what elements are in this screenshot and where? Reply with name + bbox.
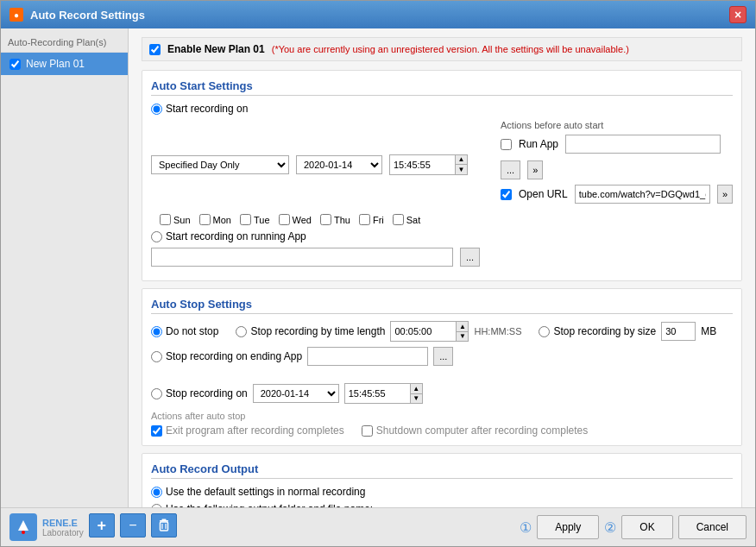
shutdown-text: Shutdown computer after recording comple… <box>376 424 588 437</box>
start-app-more-btn[interactable]: ... <box>460 248 480 267</box>
sat-checkbox[interactable] <box>393 214 404 225</box>
open-url-checkbox[interactable] <box>501 189 512 200</box>
stop-on-time-input[interactable] <box>345 384 410 403</box>
ok-button[interactable]: OK <box>621 515 672 539</box>
enable-label[interactable]: Enable New Plan 01 <box>167 43 265 55</box>
time-down-btn[interactable]: ▼ <box>455 165 467 174</box>
stop-on-time-spinner: ▲ ▼ <box>344 383 423 404</box>
fri-label: Fri <box>373 215 384 225</box>
donot-stop-text: Do not stop <box>166 325 218 337</box>
actions-before-label: Actions before auto start <box>501 120 733 130</box>
stop-on-text: Stop recording on <box>166 387 248 399</box>
stop-end-app-text: Stop recording on ending App <box>166 350 302 362</box>
sidebar: Auto-Recording Plan(s) New Plan 01 <box>1 28 129 507</box>
start-app-label: Start recording on running App <box>166 230 306 242</box>
stop-on-label[interactable]: Stop recording on <box>151 387 248 399</box>
shutdown-checkbox[interactable] <box>362 425 373 437</box>
stop-time-radio[interactable] <box>236 326 247 337</box>
stop-size-input[interactable] <box>661 322 696 341</box>
start-radio-row: Start recording on <box>151 103 733 115</box>
exit-label[interactable]: Exit program after recording completes <box>151 424 344 437</box>
sidebar-plan-checkbox[interactable] <box>9 59 21 70</box>
stop-size-text: Stop recording by size <box>553 325 656 337</box>
apply-num: ① <box>520 519 532 536</box>
title-bar: ● Auto Record Settings × <box>1 1 755 28</box>
bottom-left: RENE.E Laboratory + − <box>9 513 177 541</box>
stop-end-app-radio[interactable] <box>151 351 162 362</box>
sat-label: Sat <box>406 215 421 225</box>
open-url-input[interactable] <box>575 185 710 204</box>
apply-button[interactable]: Apply <box>537 515 599 539</box>
output-default-radio[interactable] <box>151 487 162 498</box>
start-app-radio[interactable] <box>151 231 162 242</box>
auto-stop-section: Auto Stop Settings Do not stop Stop reco… <box>142 288 742 446</box>
auto-output-section: Auto Record Output Use the default setti… <box>142 453 742 507</box>
time-up-btn[interactable]: ▲ <box>455 155 467 166</box>
run-app-row: Run App ... » <box>501 135 733 179</box>
hhmm-label: HH:MM:SS <box>474 326 521 336</box>
run-app-input[interactable] <box>565 135 721 154</box>
exit-checkbox[interactable] <box>151 425 162 437</box>
delete-plan-button[interactable] <box>151 513 177 538</box>
sidebar-item-label: New Plan 01 <box>26 58 85 70</box>
donot-stop-label[interactable]: Do not stop <box>151 321 218 342</box>
stop-time-down-btn[interactable]: ▼ <box>456 332 468 342</box>
start-app-input-row: ... <box>151 248 733 267</box>
auto-start-title: Auto Start Settings <box>151 79 733 96</box>
run-app-checkbox[interactable] <box>501 139 512 150</box>
sun-label: Sun <box>173 215 191 225</box>
stop-time-spin-arrows: ▲ ▼ <box>456 322 468 341</box>
mon-check: Mon <box>199 214 231 225</box>
stop-end-app-more-btn[interactable]: ... <box>433 347 453 366</box>
start-app-radio-label[interactable]: Start recording on running App <box>151 230 306 242</box>
date-select[interactable]: 2020-01-14 <box>296 155 382 174</box>
day-checks-row: Sun Mon Tue Wed <box>160 214 733 225</box>
start-on-label: Start recording on <box>166 103 248 115</box>
warn-text: (*You are currently using an unregistere… <box>272 44 629 54</box>
stop-time-input[interactable] <box>391 322 456 341</box>
stop-end-app-input[interactable] <box>307 347 428 366</box>
schedule-type-select[interactable]: Specified Day Only <box>151 155 289 174</box>
run-app-more-btn[interactable]: ... <box>501 160 520 179</box>
stop-end-app-label[interactable]: Stop recording on ending App <box>151 350 302 362</box>
time-spinner: ▲ ▼ <box>389 154 468 175</box>
stop-time-up-btn[interactable]: ▲ <box>456 322 468 332</box>
wed-checkbox[interactable] <box>279 214 290 225</box>
stop-by-size-row: Stop recording by size MB <box>539 321 716 342</box>
close-button[interactable]: × <box>729 6 747 23</box>
remove-plan-button[interactable]: − <box>120 513 146 538</box>
auto-output-title: Auto Record Output <box>151 462 733 479</box>
title-bar-left: ● Auto Record Settings <box>9 8 145 22</box>
exit-text: Exit program after recording completes <box>166 424 344 437</box>
sun-checkbox[interactable] <box>160 214 171 225</box>
start-on-radio[interactable] <box>151 104 162 115</box>
shutdown-label[interactable]: Shutdown computer after recording comple… <box>362 424 588 437</box>
stop-time-label[interactable]: Stop recording by time length <box>236 325 385 337</box>
start-app-input[interactable] <box>151 248 453 267</box>
sidebar-item-new-plan[interactable]: New Plan 01 <box>1 53 128 75</box>
stop-on-radio[interactable] <box>151 388 162 399</box>
tue-check: Tue <box>240 214 270 225</box>
time-input[interactable] <box>390 155 455 174</box>
add-plan-button[interactable]: + <box>89 513 115 538</box>
svg-rect-2 <box>161 519 166 521</box>
enable-checkbox[interactable] <box>149 44 161 55</box>
cancel-button[interactable]: Cancel <box>678 515 747 539</box>
stop-on-up-btn[interactable]: ▲ <box>410 384 422 394</box>
donot-stop-radio[interactable] <box>151 326 162 337</box>
fri-checkbox[interactable] <box>359 214 370 225</box>
output-default-label[interactable]: Use the default settings in normal recor… <box>151 486 365 498</box>
brand-name: RENE.E <box>42 518 84 528</box>
stop-size-label[interactable]: Stop recording by size <box>539 325 656 337</box>
tue-checkbox[interactable] <box>240 214 251 225</box>
mon-checkbox[interactable] <box>199 214 211 225</box>
svg-rect-3 <box>160 522 167 531</box>
open-url-arrow-btn[interactable]: » <box>717 185 733 204</box>
output-default-row: Use the default settings in normal recor… <box>151 486 733 498</box>
start-on-radio-label[interactable]: Start recording on <box>151 103 248 115</box>
thu-checkbox[interactable] <box>320 214 331 225</box>
stop-on-down-btn[interactable]: ▼ <box>410 394 422 404</box>
stop-size-radio[interactable] <box>539 326 550 337</box>
run-app-arrow-btn[interactable]: » <box>527 160 543 179</box>
stop-date-select[interactable]: 2020-01-14 <box>253 384 339 403</box>
